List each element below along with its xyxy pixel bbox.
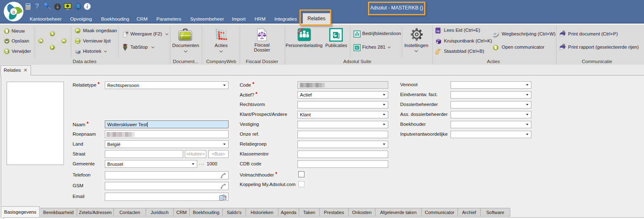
svg-text:be: be (436, 30, 440, 33)
svg-text:a: a (12, 9, 15, 15)
svg-text:C: C (356, 46, 359, 49)
